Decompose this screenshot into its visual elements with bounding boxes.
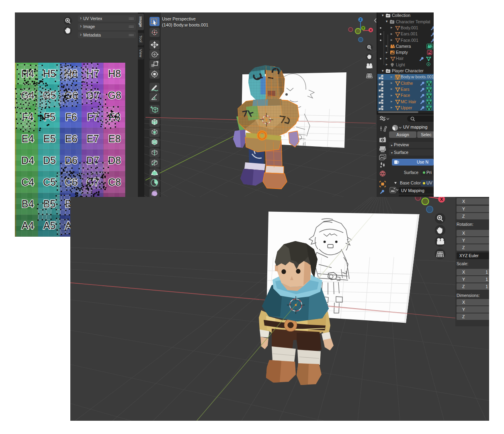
svg-text:E6: E6 bbox=[65, 133, 78, 144]
svg-text:E5: E5 bbox=[43, 133, 56, 144]
svg-text:A5: A5 bbox=[43, 220, 56, 231]
svg-text:G8: G8 bbox=[108, 90, 121, 101]
svg-text:B4: B4 bbox=[22, 198, 34, 209]
svg-text:E7: E7 bbox=[87, 133, 99, 144]
svg-text:C4: C4 bbox=[21, 176, 34, 188]
svg-text:C8: C8 bbox=[108, 176, 121, 188]
svg-text:F6: F6 bbox=[65, 111, 77, 123]
svg-text:E4: E4 bbox=[22, 133, 34, 144]
svg-text:X: X bbox=[370, 28, 372, 32]
svg-text:H8: H8 bbox=[108, 68, 121, 79]
svg-text:E8: E8 bbox=[109, 133, 121, 144]
svg-text:A4: A4 bbox=[22, 220, 34, 231]
svg-text:Z: Z bbox=[359, 18, 361, 22]
svg-text:H5: H5 bbox=[43, 68, 56, 79]
svg-text:X: X bbox=[440, 197, 443, 202]
svg-text:C5: C5 bbox=[43, 176, 56, 188]
svg-text:D5: D5 bbox=[43, 155, 56, 166]
svg-text:Y: Y bbox=[362, 26, 365, 30]
svg-text:D4: D4 bbox=[21, 155, 34, 166]
svg-text:D8: D8 bbox=[108, 155, 121, 166]
